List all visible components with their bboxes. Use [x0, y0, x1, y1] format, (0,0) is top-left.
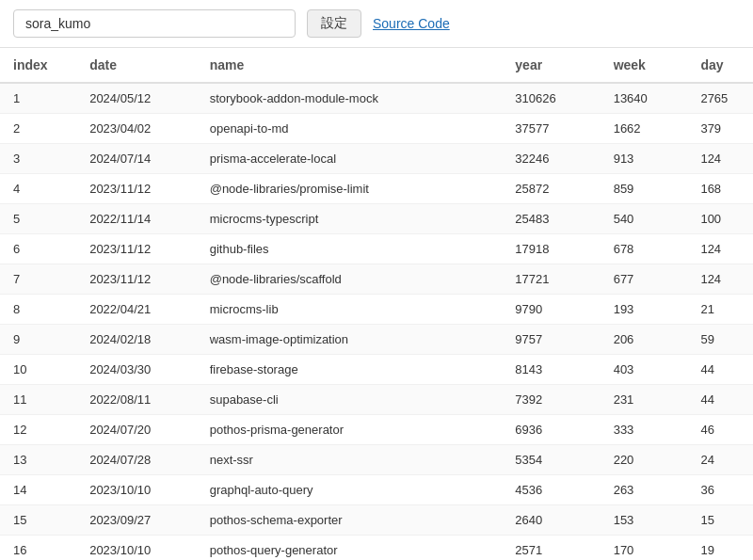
cell-date: 2022/04/21: [76, 295, 197, 325]
cell-week: 859: [601, 174, 688, 204]
cell-year: 8143: [502, 355, 600, 385]
cell-index: 12: [0, 415, 76, 445]
cell-index: 9: [0, 325, 76, 355]
cell-day: 2765: [687, 83, 753, 114]
cell-year: 2640: [502, 505, 600, 536]
cell-week: 913: [601, 144, 688, 174]
cell-date: 2024/07/20: [76, 415, 197, 445]
cell-index: 11: [0, 385, 76, 415]
cell-day: 44: [687, 385, 753, 415]
settings-button[interactable]: 設定: [307, 9, 361, 38]
cell-date: 2022/11/14: [76, 204, 197, 234]
table-row: 142023/10/10graphql-auto-query453626336: [0, 475, 753, 505]
col-header-week: week: [601, 48, 688, 83]
cell-index: 15: [0, 505, 76, 536]
table-row: 112022/08/11supabase-cli739223144: [0, 385, 753, 415]
cell-day: 46: [687, 415, 753, 445]
cell-week: 193: [601, 295, 688, 325]
cell-week: 1662: [601, 114, 688, 144]
cell-index: 14: [0, 475, 76, 505]
cell-day: 168: [687, 174, 753, 204]
header: 設定 Source Code: [0, 0, 753, 48]
col-header-date: date: [76, 48, 197, 83]
cell-date: 2022/08/11: [76, 385, 197, 415]
cell-index: 13: [0, 445, 76, 475]
cell-name: microcms-lib: [197, 295, 503, 325]
cell-name: supabase-cli: [197, 385, 503, 415]
table-row: 52022/11/14microcms-typescript2548354010…: [0, 204, 753, 234]
cell-day: 100: [687, 204, 753, 234]
cell-name: openapi-to-md: [197, 114, 503, 144]
cell-date: 2024/03/30: [76, 355, 197, 385]
table-row: 152023/09/27pothos-schema-exporter264015…: [0, 505, 753, 536]
cell-index: 10: [0, 355, 76, 385]
cell-name: next-ssr: [197, 445, 503, 475]
cell-name: wasm-image-optimization: [197, 325, 503, 355]
table-row: 32024/07/14prisma-accelerate-local322469…: [0, 144, 753, 174]
table-row: 132024/07/28next-ssr535422024: [0, 445, 753, 475]
cell-name: @node-libraries/scaffold: [197, 264, 503, 295]
cell-name: pothos-query-generator: [197, 536, 503, 561]
cell-index: 1: [0, 83, 76, 114]
cell-week: 220: [601, 445, 688, 475]
cell-index: 16: [0, 536, 76, 561]
cell-day: 44: [687, 355, 753, 385]
search-input[interactable]: [13, 9, 296, 38]
cell-name: firebase-storage: [197, 355, 503, 385]
cell-week: 170: [601, 536, 688, 561]
table-row: 82022/04/21microcms-lib979019321: [0, 295, 753, 325]
cell-day: 36: [687, 475, 753, 505]
source-code-link[interactable]: Source Code: [373, 16, 450, 31]
table-row: 92024/02/18wasm-image-optimization975720…: [0, 325, 753, 355]
cell-index: 2: [0, 114, 76, 144]
cell-name: microcms-typescript: [197, 204, 503, 234]
cell-index: 6: [0, 234, 76, 264]
cell-week: 678: [601, 234, 688, 264]
cell-day: 124: [687, 144, 753, 174]
cell-name: pothos-prisma-generator: [197, 415, 503, 445]
cell-day: 24: [687, 445, 753, 475]
cell-year: 6936: [502, 415, 600, 445]
cell-date: 2023/11/12: [76, 234, 197, 264]
table-row: 122024/07/20pothos-prisma-generator69363…: [0, 415, 753, 445]
cell-year: 32246: [502, 144, 600, 174]
cell-week: 403: [601, 355, 688, 385]
cell-date: 2023/10/10: [76, 536, 197, 561]
cell-day: 379: [687, 114, 753, 144]
table-row: 62023/11/12github-files17918678124: [0, 234, 753, 264]
cell-year: 4536: [502, 475, 600, 505]
cell-name: pothos-schema-exporter: [197, 505, 503, 536]
cell-year: 17721: [502, 264, 600, 295]
table-row: 72023/11/12@node-libraries/scaffold17721…: [0, 264, 753, 295]
table-row: 22023/04/02openapi-to-md375771662379: [0, 114, 753, 144]
cell-year: 310626: [502, 83, 600, 114]
table-row: 42023/11/12@node-libraries/promise-limit…: [0, 174, 753, 204]
cell-year: 5354: [502, 445, 600, 475]
cell-year: 7392: [502, 385, 600, 415]
cell-year: 37577: [502, 114, 600, 144]
cell-index: 3: [0, 144, 76, 174]
cell-date: 2023/10/10: [76, 475, 197, 505]
cell-day: 124: [687, 234, 753, 264]
cell-name: graphql-auto-query: [197, 475, 503, 505]
cell-index: 8: [0, 295, 76, 325]
cell-year: 25483: [502, 204, 600, 234]
table-row: 12024/05/12storybook-addon-module-mock31…: [0, 83, 753, 114]
cell-day: 15: [687, 505, 753, 536]
col-header-name: name: [197, 48, 503, 83]
cell-day: 59: [687, 325, 753, 355]
cell-year: 9790: [502, 295, 600, 325]
cell-week: 231: [601, 385, 688, 415]
cell-week: 263: [601, 475, 688, 505]
cell-week: 540: [601, 204, 688, 234]
cell-index: 4: [0, 174, 76, 204]
cell-day: 19: [687, 536, 753, 561]
cell-week: 13640: [601, 83, 688, 114]
cell-name: github-files: [197, 234, 503, 264]
cell-year: 2571: [502, 536, 600, 561]
cell-week: 153: [601, 505, 688, 536]
cell-name: prisma-accelerate-local: [197, 144, 503, 174]
cell-date: 2023/09/27: [76, 505, 197, 536]
cell-name: storybook-addon-module-mock: [197, 83, 503, 114]
data-table: index date name year week day 12024/05/1…: [0, 48, 753, 560]
